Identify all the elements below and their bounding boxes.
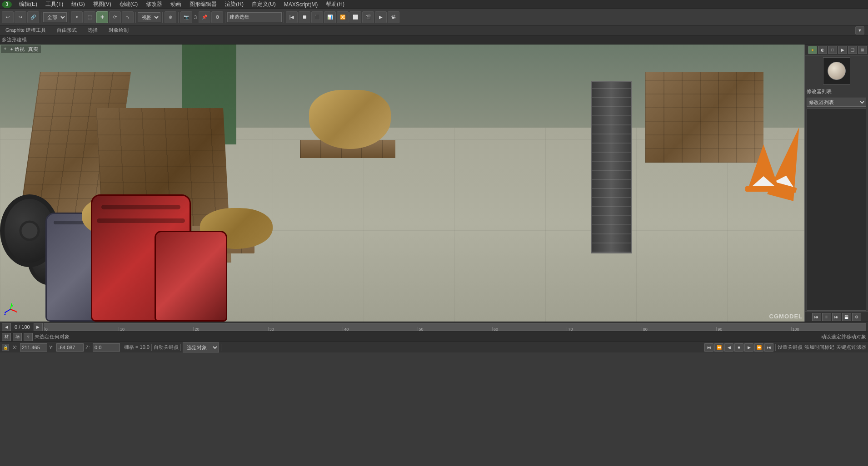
timeline-prev-btn[interactable]: ◀ [2,323,11,331]
cone-base-1 [745,186,782,192]
menu-customize[interactable]: 自定义(U) [248,0,279,9]
bottom-tabs-area: 材 场 ? [2,333,33,341]
render-setup-button[interactable]: 🎬 [362,11,374,23]
viewport-realshade-btn[interactable]: 真实 [27,46,39,53]
coord-sep-2 [151,344,152,351]
select-move-button[interactable]: ✚ [96,11,108,23]
tick-30: 30 [268,327,343,331]
toolbar-separator-3 [135,12,136,23]
menu-maxscript[interactable]: MAXScript(M) [280,1,322,8]
bone-button[interactable]: ⚙ [211,11,223,23]
graphite-options: ▼ [855,26,864,35]
lock-icon-area: 🔒 [2,344,9,351]
rotate-button[interactable]: ⟳ [109,11,121,23]
schematic-view-button[interactable]: 🔀 [337,11,349,23]
rp-icon-1[interactable]: ● [808,46,817,54]
menu-animation[interactable]: 动画 [167,0,185,9]
viewport-label-bar: 多边形建模 [0,35,868,45]
filter-dropdown[interactable]: 全部 [43,12,67,22]
align-button[interactable]: ⬛ [311,11,323,23]
select-filter-dropdown[interactable]: 选定对象 [183,342,219,352]
menu-create[interactable]: 创建(C) [116,0,142,9]
graphite-expand-btn[interactable]: ▼ [855,26,864,35]
next-frame-btn[interactable]: ⏭ [764,343,773,352]
play-back-btn[interactable]: ◀ [724,343,733,352]
rp-bottom-btn-3[interactable]: ⏭ [832,313,841,321]
select-object-button[interactable]: ✦ [71,11,83,23]
mirror-button[interactable]: 🔲 [299,11,310,23]
viewport-perspective-btn[interactable]: + [3,46,7,53]
rp-icon-2[interactable]: ◐ [818,46,827,54]
tab-scene[interactable]: 场 [13,333,22,341]
play-fwd-btn[interactable]: ▶ [744,343,753,352]
graphite-freeform[interactable]: 自由形式 [55,26,79,35]
menu-edit[interactable]: 编辑(E) [15,0,41,9]
toolbar-separator-7 [284,12,284,23]
rp-bottom-btn-1[interactable]: ⏮ [812,313,821,321]
view-dropdown[interactable]: 视图 [138,12,160,22]
menu-tools[interactable]: 工具(T) [42,0,67,9]
capture-button[interactable]: 📷 [180,11,192,23]
rp-bottom-btn-4[interactable]: 💾 [842,313,851,321]
menu-graph-editor[interactable]: 图形编辑器 [186,0,220,9]
status-bar: 材 场 ? 未选定任何对象 动以选定并移动对象 [0,332,868,342]
lock-icon[interactable]: 🔒 [2,344,9,351]
pivot-button[interactable]: ⊕ [165,11,176,23]
tick-40: 40 [343,327,417,331]
pallet-top-right-2 [645,72,763,163]
track-view-button[interactable]: 📊 [324,11,336,23]
rp-icon-4[interactable]: ▶ [838,46,847,54]
x-label: X: [13,345,19,350]
rp-icon-3[interactable]: □ [828,46,837,54]
render-production-button[interactable]: 📽 [388,11,399,23]
next-key-btn[interactable]: ⏩ [754,343,763,352]
select-link-button[interactable]: 🔗 [27,11,39,23]
rp-icon-6[interactable]: ⊞ [858,46,867,54]
pin-button[interactable]: 📌 [199,11,210,23]
modifier-dropdown[interactable]: 修改器列表 [807,98,866,107]
scale-button[interactable]: ⤡ [122,11,134,23]
x-coord-field: X: [13,343,47,352]
svg-text:X: X [16,310,17,313]
rp-icon-5[interactable]: ❑ [848,46,857,54]
select-region-button[interactable]: ⬚ [84,11,95,23]
mini-sphere-viewport[interactable] [823,57,850,84]
menu-view[interactable]: 视图(V) [90,0,115,9]
prev-frame-btn[interactable]: ⏮ [704,343,713,352]
barrel-ring-1 [101,205,180,209]
z-input[interactable] [93,343,120,352]
render-frame-button[interactable]: ▶ [375,11,387,23]
prev-key-btn[interactable]: ⏪ [714,343,723,352]
right-panel: ● ◐ □ ▶ ❑ ⊞ 修改器列表 修改器列表 ⏮ ⏸ ⏭ 💾 ⚙ [804,45,868,322]
x-input[interactable] [20,343,47,352]
graphite-modeling-tools[interactable]: Graphite 建模工具 [4,26,48,35]
tab-material[interactable]: 材 [2,333,11,341]
app-logo: 3 [2,1,12,8]
menu-render[interactable]: 渲染(R) [221,0,247,9]
viewport-3d[interactable]: + + 透视 真实 X Y Z CGMODEL [0,45,804,322]
named-select-button[interactable]: |◀ [286,11,298,23]
auto-key-label: 自动关键点 [154,344,179,351]
cgmodel-watermark: CGMODEL [769,313,803,320]
y-input[interactable] [56,343,84,352]
graphite-select[interactable]: 选择 [86,26,100,35]
rp-bottom-btn-5[interactable]: ⚙ [852,313,861,321]
rp-bottom-btn-2[interactable]: ⏸ [822,313,831,321]
material-editor-button[interactable]: ⬜ [349,11,361,23]
red-barrel-2 [155,231,227,322]
viewport-shading-btn[interactable]: + 透视 [9,46,25,53]
selection-search-input[interactable] [227,12,282,22]
toolbar-separator-4 [162,12,163,23]
menu-modifier[interactable]: 修改器 [142,0,166,9]
menu-help[interactable]: 帮助(H) [322,0,348,9]
timeline-track[interactable]: 0 10 20 30 40 50 60 70 80 90 100 [44,323,866,331]
redo-button[interactable]: ↪ [15,11,26,23]
modifier-list[interactable] [807,109,866,311]
tab-help[interactable]: ? [24,333,33,341]
menu-group[interactable]: 组(G) [68,0,88,9]
barrel-ring-2 [97,218,185,223]
undo-button[interactable]: ↩ [2,11,14,23]
timeline-next-btn[interactable]: ▶ [34,323,43,331]
graphite-object-paint[interactable]: 对象绘制 [107,26,130,35]
stop-btn[interactable]: ■ [734,343,743,352]
